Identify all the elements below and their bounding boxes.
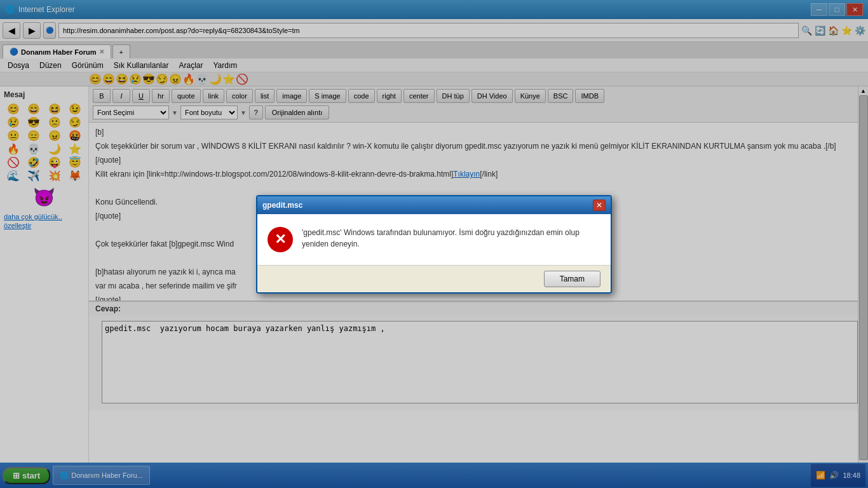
dialog-message-text: 'gpedit.msc' Windows tarafından bulunamı… <box>302 227 600 250</box>
dialog-overlay: gpedit.msc ✕ ✕ 'gpedit.msc' Windows tara… <box>0 0 868 488</box>
dialog-close-button[interactable]: ✕ <box>593 200 606 211</box>
error-dialog: gpedit.msc ✕ ✕ 'gpedit.msc' Windows tara… <box>256 195 612 294</box>
error-icon: ✕ <box>268 227 293 252</box>
dialog-body: ✕ 'gpedit.msc' Windows tarafından buluna… <box>257 214 611 265</box>
dialog-ok-button[interactable]: Tamam <box>544 271 600 287</box>
dialog-title-bar: gpedit.msc ✕ <box>257 196 611 214</box>
dialog-title-text: gpedit.msc <box>262 201 302 210</box>
dialog-footer: Tamam <box>257 265 611 292</box>
